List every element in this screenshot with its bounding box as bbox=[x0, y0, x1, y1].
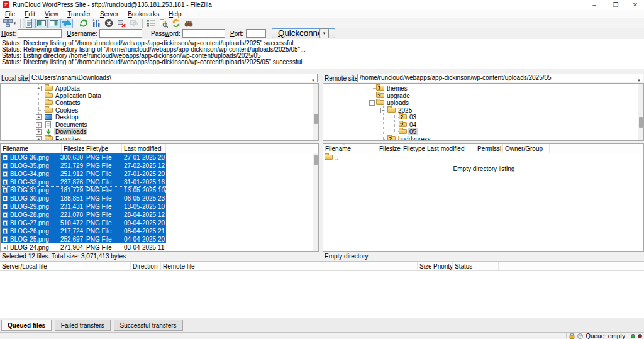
queue-column-status[interactable]: Status bbox=[453, 262, 499, 272]
cancel-operation-button[interactable] bbox=[103, 19, 115, 28]
queue-column-priority[interactable]: Priority bbox=[431, 262, 453, 272]
queue-status-text: Queue: empty bbox=[586, 333, 625, 339]
expander-icon[interactable]: + bbox=[36, 114, 42, 120]
close-button[interactable]: ✕ bbox=[626, 0, 644, 10]
tree-item-contacts[interactable]: Contacts bbox=[1, 99, 312, 106]
local-list-scrollbar[interactable] bbox=[313, 153, 318, 252]
filter-button[interactable] bbox=[145, 19, 157, 28]
help-icon[interactable] bbox=[577, 333, 583, 339]
column-header-filename[interactable]: Filename bbox=[323, 144, 377, 153]
menu-item-edit[interactable]: Edit bbox=[21, 10, 39, 18]
expander-icon[interactable]: + bbox=[36, 129, 42, 135]
file-row[interactable]: BLOG-26.png217,724PNG File08-04-2025 21:… bbox=[1, 227, 166, 235]
scrollbar-thumb[interactable] bbox=[639, 117, 643, 128]
file-row[interactable]: BLOG-30.png188,851PNG File06-05-2025 23:… bbox=[1, 194, 166, 203]
local-path-combo[interactable]: C:\Users\nsnam\Downloads\▼ bbox=[29, 74, 318, 82]
file-row[interactable]: BLOG-34.png251,912PNG File27-01-2025 20:… bbox=[1, 170, 166, 178]
file-row-focused[interactable]: BLOG-31.png181,779PNG File13-05-2025 10:… bbox=[1, 186, 166, 194]
transfer-queue-body[interactable] bbox=[0, 271, 644, 318]
quickconnect-dropdown-button[interactable]: ▼ bbox=[319, 28, 329, 38]
tree-item-appdata[interactable]: +AppData bbox=[1, 85, 312, 92]
file-row[interactable]: BLOG-28.png221,078PNG File28-04-2025 12:… bbox=[1, 211, 166, 219]
site-manager-button[interactable]: ▼ bbox=[1, 19, 18, 28]
remote-path-combo[interactable]: /home/runcloud/webapps/app-dickinson/wp-… bbox=[357, 74, 643, 82]
menu-item-view[interactable]: View bbox=[41, 10, 62, 18]
message-log[interactable]: Status:Directory listing of "/home/runcl… bbox=[0, 39, 644, 69]
parent-directory-row[interactable]: .. bbox=[323, 153, 474, 162]
menu-item-bookmarks[interactable]: Bookmarks bbox=[124, 10, 163, 18]
toggle-transfer-queue-button[interactable] bbox=[60, 19, 73, 28]
column-header-filesize[interactable]: Filesize bbox=[377, 144, 401, 153]
toggle-local-tree-button[interactable] bbox=[35, 19, 48, 28]
tree-item-03[interactable]: 03 bbox=[323, 114, 637, 121]
file-row[interactable]: BLOG-25.png252,697PNG File04-04-2025 20:… bbox=[1, 235, 166, 243]
tree-item-05[interactable]: 05 bbox=[323, 128, 637, 135]
tree-item-upgrade[interactable]: upgrade bbox=[323, 92, 637, 99]
restore-button[interactable]: ❐ bbox=[605, 0, 626, 10]
expander-icon[interactable]: − bbox=[369, 100, 375, 106]
tab-queued-files[interactable]: Queued files bbox=[1, 320, 52, 331]
tree-item-buddypress[interactable]: buddypress bbox=[323, 136, 637, 141]
lock-icon[interactable] bbox=[569, 333, 575, 339]
column-header-filename[interactable]: Filename bbox=[1, 144, 62, 153]
find-files-button[interactable] bbox=[182, 19, 195, 28]
tree-item-themes[interactable]: themes bbox=[323, 85, 637, 92]
menu-item-transfer[interactable]: Transfer bbox=[64, 10, 94, 18]
menu-item-file[interactable]: File bbox=[1, 10, 19, 18]
tree-item-2025[interactable]: −2025 bbox=[323, 107, 637, 114]
tree-item-downloads[interactable]: +Downloads bbox=[1, 128, 312, 135]
remote-directory-tree[interactable]: themes upgrade −uploads −2025 03 04 05 b… bbox=[323, 83, 644, 141]
menu-item-server[interactable]: Server bbox=[96, 10, 122, 18]
queue-column-size[interactable]: Size bbox=[418, 262, 431, 272]
file-row[interactable]: BLOG-24.png271,904PNG File03-04-2025 11:… bbox=[1, 243, 166, 252]
local-file-list[interactable]: Filename Filesize Filetype Last modified… bbox=[0, 143, 319, 252]
local-directory-tree[interactable]: +AppData Application Data Contacts Cooki… bbox=[0, 83, 319, 141]
file-row[interactable]: BLOG-27.png510,472PNG File09-04-2025 20:… bbox=[1, 219, 166, 227]
reconnect-button[interactable] bbox=[128, 19, 140, 28]
refresh-button[interactable] bbox=[77, 19, 90, 28]
tree-item-04[interactable]: 04 bbox=[323, 121, 637, 128]
minimize-button[interactable]: – bbox=[584, 0, 605, 10]
local-tree-scrollbar[interactable] bbox=[313, 84, 318, 141]
column-header-last-modified[interactable]: Last modified bbox=[122, 144, 166, 153]
toggle-remote-tree-button[interactable] bbox=[48, 19, 60, 28]
queue-column-remote-file[interactable]: Remote file bbox=[161, 262, 418, 272]
expander-icon[interactable]: − bbox=[380, 108, 386, 113]
column-header-last-modified[interactable]: Last modified bbox=[425, 144, 475, 153]
file-row[interactable]: BLOG-33.png237,876PNG File31-01-2025 16:… bbox=[1, 178, 166, 186]
tree-item-cookies[interactable]: Cookies bbox=[1, 107, 312, 114]
compare-directories-button[interactable] bbox=[157, 19, 170, 28]
queue-column-server-local-file[interactable]: Server/Local file bbox=[0, 262, 131, 272]
expander-icon[interactable]: + bbox=[36, 122, 42, 128]
menu-item-help[interactable]: Help bbox=[165, 10, 186, 18]
file-row[interactable]: BLOG-29.png231,431PNG File13-05-2025 10:… bbox=[1, 203, 166, 211]
expander-icon[interactable]: + bbox=[36, 86, 42, 91]
file-row[interactable]: BLOG-35.png251,729PNG File27-02-2025 12:… bbox=[1, 162, 166, 170]
host-input[interactable] bbox=[18, 29, 62, 38]
process-queue-button[interactable] bbox=[90, 19, 103, 28]
tab-successful-transfers[interactable]: Successful transfers bbox=[114, 320, 183, 331]
scrollbar-thumb[interactable] bbox=[314, 155, 318, 165]
column-header-owner-group[interactable]: Owner/Group bbox=[503, 144, 550, 153]
column-header-permissions[interactable]: Permissi... bbox=[475, 144, 503, 153]
column-header-filesize[interactable]: Filesize bbox=[62, 144, 84, 153]
file-row[interactable]: BLOG-36.png300,630PNG File27-01-2025 20:… bbox=[1, 153, 166, 162]
tab-failed-transfers[interactable]: Failed transfers bbox=[55, 320, 111, 331]
tree-item-uploads[interactable]: −uploads bbox=[323, 99, 637, 106]
column-header-filetype[interactable]: Filetype bbox=[401, 144, 425, 153]
tree-item-documents[interactable]: +Documents bbox=[1, 121, 312, 128]
port-input[interactable] bbox=[246, 29, 266, 38]
tree-item-favorites[interactable]: +Favorites bbox=[1, 136, 312, 141]
tree-item-desktop[interactable]: +Desktop bbox=[1, 114, 312, 121]
expander-icon[interactable]: + bbox=[36, 136, 42, 141]
remote-tree-scrollbar[interactable] bbox=[638, 84, 643, 141]
queue-column-direction[interactable]: Direction bbox=[131, 262, 161, 272]
folder-icon bbox=[399, 129, 407, 134]
password-input[interactable] bbox=[182, 29, 225, 38]
scrollbar-thumb[interactable] bbox=[314, 114, 318, 124]
username-input[interactable] bbox=[99, 29, 142, 38]
disconnect-button[interactable] bbox=[115, 19, 128, 28]
toggle-message-log-button[interactable] bbox=[23, 19, 35, 28]
synchronized-browsing-button[interactable] bbox=[170, 19, 182, 28]
remote-file-list[interactable]: Filename Filesize Filetype Last modified… bbox=[323, 143, 644, 252]
